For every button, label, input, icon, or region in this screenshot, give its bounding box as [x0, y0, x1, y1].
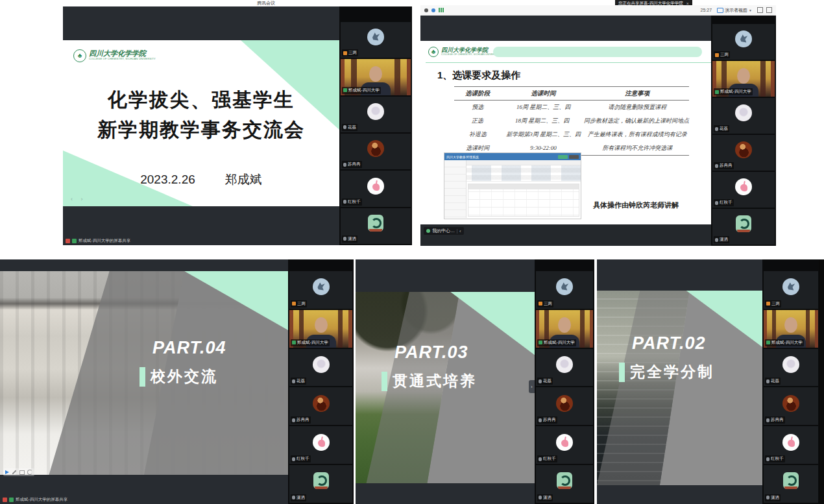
participant-tile[interactable]: 苏冉冉	[536, 387, 593, 425]
slide-date-row: 2023.2.26郑成斌	[63, 171, 339, 188]
mic-status-icon	[766, 302, 770, 306]
participant-name-tag: 苏冉冉	[714, 162, 734, 169]
participant-name: 潇洒	[348, 236, 356, 242]
sharer-icon	[72, 239, 77, 243]
participant-avatar	[313, 356, 330, 373]
participant-tile[interactable]: 花荔	[536, 349, 593, 387]
cell-note: 请勿随意删除预置课程	[586, 101, 689, 114]
page-nav-arrows-icon[interactable]: ‹ ›	[71, 196, 86, 202]
participant-name: 三两	[297, 301, 306, 307]
mic-status-icon	[715, 201, 718, 205]
participant-tile[interactable]: 苏冉冉	[289, 387, 352, 425]
pen-tool-icon[interactable]	[12, 470, 16, 474]
participant-tile[interactable]: 潇洒	[712, 209, 775, 245]
part-title: 校外交流	[151, 366, 218, 387]
meeting-app-title: 腾讯会议	[240, 0, 292, 6]
participant-sidebar: 三两 郑成斌-四川大学 花荔 苏冉冉	[535, 259, 594, 504]
participant-tile[interactable]: 苏冉冉	[341, 134, 411, 169]
participant-name: 苏冉冉	[720, 163, 733, 169]
participant-name-tag: 郑成斌-四川大学	[291, 339, 330, 346]
monitor-icon	[717, 8, 723, 13]
participant-tile[interactable]: 三两	[712, 24, 775, 60]
participant-tile[interactable]: 郑成斌-四川大学	[289, 310, 352, 348]
course-table-row: 预选 16周 星期二、三、四 请勿随意删除预置课程	[454, 101, 689, 114]
participant-tile[interactable]: 苏冉冉	[712, 135, 775, 171]
annotation-toolbar[interactable]	[3, 468, 34, 476]
college-name-en: COLLEGE OF CHEMISTRY, SICHUAN UNIVERSITY	[441, 53, 500, 56]
mic-status-icon	[715, 127, 718, 131]
share-status-bar: 郑成斌-四川大学的屏幕共享	[3, 497, 67, 503]
part-number: PART.03	[394, 342, 477, 363]
record-icon	[66, 239, 70, 243]
participant-name-tag: 红秋千	[537, 455, 557, 462]
participant-tile[interactable]: 潇洒	[536, 465, 593, 503]
cursor-tool-icon[interactable]	[5, 470, 9, 474]
participant-avatar	[782, 395, 799, 412]
participant-tile[interactable]: 郑成斌-四川大学	[536, 310, 593, 348]
mic-status-icon	[292, 496, 295, 499]
participant-tile[interactable]: 三两	[536, 271, 593, 309]
participant-name: 花荔	[348, 125, 356, 130]
participant-tile[interactable]: 花荔	[341, 97, 411, 132]
participant-tile[interactable]: 花荔	[712, 98, 775, 134]
participant-tile[interactable]: 花荔	[764, 349, 818, 387]
meeting-panel-part03: PART.03 贯通式培养 › 三两	[356, 259, 594, 504]
title-slide: 四川大学化学学院 COLLEGE OF CHEMISTRY, SICHUAN U…	[63, 40, 339, 206]
participant-tile[interactable]: 苏冉冉	[764, 387, 818, 425]
meeting-panel-course-slide: 25:27 演示者视图 ▼ 四川大学化学学院 COLLEGE OF CHEMIS…	[420, 5, 776, 245]
participant-name-tag: 郑成斌-四川大学	[342, 87, 381, 94]
meeting-center-label: 我的中心…	[432, 228, 455, 234]
participant-avatar	[735, 178, 752, 195]
participant-name-tag: 苏冉冉	[291, 416, 311, 424]
participant-tile[interactable]: 红秋千	[712, 172, 775, 208]
participant-tile[interactable]: 郑成斌-四川大学	[341, 59, 411, 95]
participant-tile[interactable]: 潇洒	[341, 208, 411, 244]
participant-tile[interactable]: 红秋千	[536, 426, 593, 464]
sharer-icon	[9, 498, 14, 502]
chevron-left-icon[interactable]: ‹	[459, 228, 461, 234]
participant-name: 花荔	[771, 378, 779, 384]
share-status-bar: 郑成斌-四川大学的屏幕共享	[66, 238, 130, 244]
participant-name-tag: 红秋千	[342, 198, 362, 206]
participant-name-tag: 花荔	[537, 378, 553, 385]
fullscreen-button[interactable]	[757, 7, 763, 13]
mic-status-icon	[343, 125, 346, 129]
shared-screen-stage: PART.02 完全学分制	[597, 259, 762, 504]
participant-tile[interactable]: 红秋千	[289, 426, 352, 464]
presenter-view-button[interactable]: 演示者视图 ▼	[715, 6, 754, 14]
shape-tool-icon[interactable]	[19, 470, 25, 475]
college-logo: 四川大学化学学院 COLLEGE OF CHEMISTRY, SICHUAN U…	[73, 49, 156, 62]
participant-tile[interactable]: 三两	[764, 271, 818, 309]
participant-tile[interactable]: 花荔	[289, 349, 352, 387]
part-title: 完全学分制	[630, 362, 714, 382]
mic-status-icon	[292, 457, 295, 461]
participant-tile[interactable]: 红秋千	[764, 426, 818, 464]
participant-avatar	[367, 178, 384, 195]
system-green-button	[558, 155, 568, 159]
participant-tile[interactable]: 红秋千	[341, 171, 411, 206]
participant-tile[interactable]: 三两	[341, 22, 411, 58]
mint-accent-bar	[139, 367, 145, 387]
cell-time: 18周 星期二、三、四	[500, 114, 584, 128]
participant-tile[interactable]: 潇洒	[289, 465, 352, 503]
meeting-center-pill[interactable]: 我的中心… ‹	[424, 227, 464, 235]
record-icon	[3, 498, 7, 502]
system-title: 四川大学教务管理系统	[446, 155, 479, 159]
window-button[interactable]	[766, 7, 772, 13]
shield-dot-icon[interactable]	[431, 8, 435, 12]
participant-tile[interactable]: 三两	[289, 271, 352, 309]
participant-name: 郑成斌-四川大学	[771, 340, 803, 346]
participant-avatar	[782, 434, 799, 451]
college-emblem-icon	[73, 49, 86, 62]
participant-tile[interactable]: 潇洒	[764, 465, 818, 503]
participant-name: 郑成斌-四川大学	[348, 88, 380, 93]
undo-tool-icon[interactable]	[27, 470, 32, 475]
participant-tile[interactable]: 郑成斌-四川大学	[764, 310, 818, 348]
record-dot-icon[interactable]	[424, 8, 428, 12]
participant-tile[interactable]: 郑成斌-四川大学	[712, 61, 775, 97]
participant-name-tag: 三两	[537, 300, 553, 307]
part02-slide: PART.02 完全学分制	[597, 291, 762, 485]
cell-time: 16周 星期二、三、四	[501, 101, 585, 114]
sidebar-collapse-handle[interactable]: ›	[529, 380, 535, 393]
participant-name: 三两	[544, 301, 552, 307]
